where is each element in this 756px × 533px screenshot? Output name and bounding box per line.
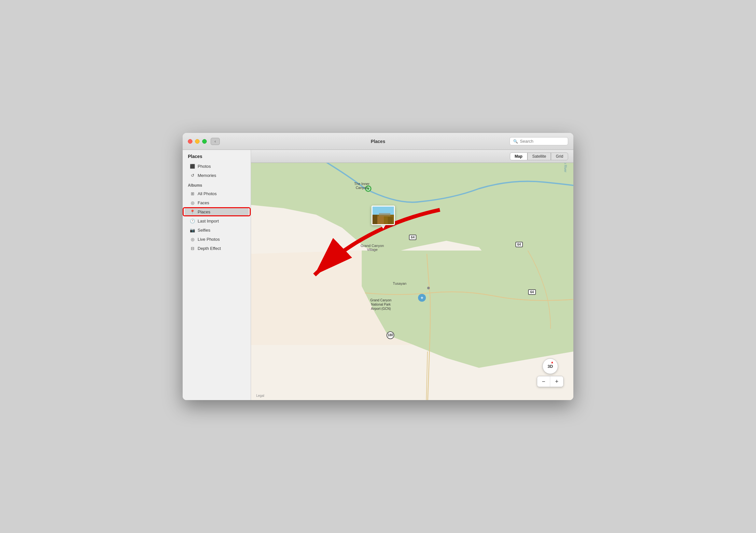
all-photos-icon: ⊞	[190, 191, 195, 196]
places-icon: 📍	[190, 209, 195, 214]
zoom-out-button[interactable]: −	[537, 376, 550, 387]
window-title: Places	[371, 139, 385, 144]
content-area: Places ⬛ Photos ↺ Memories Albums ⊞ All …	[183, 150, 573, 400]
minimize-button[interactable]	[195, 139, 200, 144]
sidebar-item-places[interactable]: 📍 Places	[185, 208, 249, 216]
map-container[interactable]: + The InnerCanyon	[251, 163, 573, 400]
faces-icon: ◎	[190, 200, 195, 205]
selfies-icon: 📷	[190, 227, 195, 233]
sidebar-item-label: Live Photos	[198, 237, 220, 242]
depth-icon: ⊟	[190, 246, 195, 251]
zoom-in-button[interactable]: +	[550, 376, 563, 387]
memories-icon: ↺	[190, 173, 195, 178]
svg-rect-17	[379, 213, 391, 216]
satellite-view-button[interactable]: Satellite	[527, 153, 551, 160]
svg-rect-15	[384, 216, 388, 225]
back-button[interactable]: ‹	[211, 138, 220, 145]
map-svg: +	[251, 163, 573, 400]
titlebar: ‹ Places 🔍	[183, 133, 573, 150]
sidebar-item-photos[interactable]: ⬛ Photos	[185, 162, 249, 170]
photo-pin[interactable]	[371, 206, 395, 229]
import-icon: 🕐	[190, 218, 195, 223]
search-icon: 🔍	[513, 139, 518, 144]
svg-rect-16	[388, 217, 392, 225]
svg-text:+: +	[421, 295, 423, 300]
sidebar-item-selfies[interactable]: 📷 Selfies	[185, 226, 249, 234]
sidebar-item-label: All Photos	[198, 191, 217, 196]
svg-point-7	[427, 287, 430, 289]
sidebar: Places ⬛ Photos ↺ Memories Albums ⊞ All …	[183, 150, 251, 400]
sidebar-item-label: Faces	[198, 200, 209, 205]
main-area: Map Satellite Grid	[251, 150, 573, 400]
svg-rect-14	[377, 216, 384, 225]
albums-label: Albums	[183, 180, 251, 189]
maximize-button[interactable]	[202, 139, 207, 144]
photos-icon: ⬛	[190, 163, 195, 169]
sidebar-item-memories[interactable]: ↺ Memories	[185, 171, 249, 180]
search-bar[interactable]: 🔍	[509, 137, 568, 145]
map-view-button[interactable]: Map	[510, 153, 527, 160]
sidebar-item-label: Photos	[198, 164, 211, 169]
compass-icon: ▲	[551, 360, 554, 364]
sidebar-item-label: Last Import	[198, 219, 219, 223]
photo-thumbnail	[371, 206, 395, 225]
places-item-wrapper: 📍 Places	[183, 207, 251, 216]
sidebar-item-depth-effect[interactable]: ⊟ Depth Effect	[185, 244, 249, 252]
close-button[interactable]	[188, 139, 192, 144]
sidebar-item-faces[interactable]: ◎ Faces	[185, 198, 249, 207]
live-photos-icon: ◎	[190, 237, 195, 242]
zoom-controls: − +	[537, 376, 564, 387]
sidebar-item-label: Selfies	[198, 228, 210, 233]
grid-view-button[interactable]: Grid	[551, 153, 568, 160]
route-64-badge-1: 64	[409, 234, 417, 240]
route-64-badge-3: 64	[528, 289, 536, 295]
sidebar-header: Places	[183, 150, 251, 162]
route-180-badge: 180	[387, 331, 394, 339]
svg-point-6	[367, 187, 369, 190]
map-controls: ▲ 3D − +	[537, 358, 564, 387]
sidebar-item-live-photos[interactable]: ◎ Live Photos	[185, 235, 249, 243]
svg-rect-13	[372, 215, 377, 225]
view-toolbar: Map Satellite Grid	[251, 150, 573, 163]
sidebar-item-label: Memories	[198, 173, 216, 178]
map-3d-button[interactable]: ▲ 3D	[542, 358, 558, 374]
sidebar-item-all-photos[interactable]: ⊞ All Photos	[185, 189, 249, 198]
legal-text: Legal	[256, 394, 264, 398]
3d-label: 3D	[548, 364, 553, 369]
sidebar-item-label: Depth Effect	[198, 246, 221, 251]
sidebar-item-last-import[interactable]: 🕐 Last Import	[185, 217, 249, 225]
app-window: ‹ Places 🔍 Places ⬛ Photos ↺ Memories Al…	[183, 133, 573, 400]
search-input[interactable]	[520, 139, 565, 144]
sidebar-item-label: Places	[198, 210, 210, 214]
route-64-badge-2: 64	[515, 241, 523, 247]
photo-pin-triangle	[381, 225, 386, 229]
traffic-lights	[188, 139, 207, 144]
